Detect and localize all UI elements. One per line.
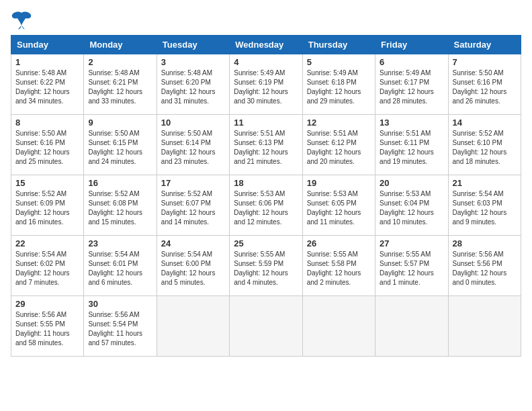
day-info: Sunrise: 5:50 AMSunset: 6:14 PMDaylight:…: [161, 129, 225, 167]
day-number: 11: [234, 118, 298, 128]
calendar-day-cell: 24Sunrise: 5:54 AMSunset: 6:00 PMDayligh…: [157, 236, 229, 296]
calendar-day-cell: 21Sunrise: 5:54 AMSunset: 6:03 PMDayligh…: [448, 175, 521, 236]
calendar-day-cell: 4Sunrise: 5:49 AMSunset: 6:19 PMDaylight…: [230, 54, 302, 115]
calendar-day-cell: 8Sunrise: 5:50 AMSunset: 6:16 PMDaylight…: [11, 115, 84, 175]
logo-bird-icon: [11, 11, 32, 30]
calendar-day-cell: 18Sunrise: 5:53 AMSunset: 6:06 PMDayligh…: [230, 175, 302, 236]
day-number: 13: [380, 118, 443, 128]
day-info: Sunrise: 5:55 AMSunset: 5:57 PMDaylight:…: [380, 250, 443, 287]
calendar-day-cell: [157, 296, 229, 357]
calendar-week-row: 8Sunrise: 5:50 AMSunset: 6:16 PMDaylight…: [11, 115, 521, 175]
day-info: Sunrise: 5:55 AMSunset: 5:59 PMDaylight:…: [234, 250, 298, 287]
calendar-day-cell: 30Sunrise: 5:56 AMSunset: 5:54 PMDayligh…: [84, 296, 157, 357]
day-number: 25: [234, 238, 298, 248]
calendar-day-cell: 11Sunrise: 5:51 AMSunset: 6:13 PMDayligh…: [230, 115, 302, 175]
calendar-header-sunday: Sunday: [11, 36, 84, 54]
calendar-week-row: 1Sunrise: 5:48 AMSunset: 6:22 PMDaylight…: [11, 54, 521, 115]
day-info: Sunrise: 5:51 AMSunset: 6:12 PMDaylight:…: [307, 129, 371, 167]
day-number: 23: [88, 238, 152, 248]
day-number: 3: [161, 57, 225, 67]
day-info: Sunrise: 5:52 AMSunset: 6:10 PMDaylight:…: [453, 129, 517, 167]
day-info: Sunrise: 5:48 AMSunset: 6:20 PMDaylight:…: [161, 68, 225, 106]
day-number: 30: [88, 299, 152, 309]
day-number: 27: [380, 238, 443, 248]
calendar-header-tuesday: Tuesday: [157, 36, 229, 54]
calendar-day-cell: [448, 296, 521, 357]
day-info: Sunrise: 5:54 AMSunset: 6:03 PMDaylight:…: [453, 189, 517, 227]
page-header: [11, 11, 521, 30]
calendar-day-cell: [302, 296, 375, 357]
day-number: 29: [15, 299, 79, 309]
calendar-day-cell: 12Sunrise: 5:51 AMSunset: 6:12 PMDayligh…: [302, 115, 375, 175]
calendar-table: SundayMondayTuesdayWednesdayThursdayFrid…: [11, 35, 521, 357]
calendar-day-cell: 9Sunrise: 5:50 AMSunset: 6:15 PMDaylight…: [84, 115, 157, 175]
day-number: 16: [88, 178, 152, 188]
calendar-header-saturday: Saturday: [448, 36, 521, 54]
day-info: Sunrise: 5:54 AMSunset: 6:01 PMDaylight:…: [88, 250, 152, 287]
day-info: Sunrise: 5:54 AMSunset: 6:02 PMDaylight:…: [15, 250, 79, 287]
day-number: 10: [161, 118, 225, 128]
day-info: Sunrise: 5:49 AMSunset: 6:19 PMDaylight:…: [234, 68, 298, 106]
calendar-day-cell: 3Sunrise: 5:48 AMSunset: 6:20 PMDaylight…: [157, 54, 229, 115]
calendar-day-cell: 2Sunrise: 5:48 AMSunset: 6:21 PMDaylight…: [84, 54, 157, 115]
calendar-day-cell: 5Sunrise: 5:49 AMSunset: 6:18 PMDaylight…: [302, 54, 375, 115]
calendar-day-cell: 1Sunrise: 5:48 AMSunset: 6:22 PMDaylight…: [11, 54, 84, 115]
day-info: Sunrise: 5:53 AMSunset: 6:04 PMDaylight:…: [380, 189, 443, 227]
calendar-header-monday: Monday: [84, 36, 157, 54]
day-number: 1: [15, 57, 79, 67]
calendar-week-row: 29Sunrise: 5:56 AMSunset: 5:55 PMDayligh…: [11, 296, 521, 357]
calendar-day-cell: 10Sunrise: 5:50 AMSunset: 6:14 PMDayligh…: [157, 115, 229, 175]
calendar-day-cell: 29Sunrise: 5:56 AMSunset: 5:55 PMDayligh…: [11, 296, 84, 357]
calendar-day-cell: [375, 296, 448, 357]
calendar-header-thursday: Thursday: [302, 36, 375, 54]
calendar-day-cell: 7Sunrise: 5:50 AMSunset: 6:16 PMDaylight…: [448, 54, 521, 115]
day-info: Sunrise: 5:49 AMSunset: 6:17 PMDaylight:…: [380, 68, 443, 106]
day-number: 28: [453, 238, 517, 248]
day-info: Sunrise: 5:56 AMSunset: 5:55 PMDaylight:…: [15, 310, 79, 348]
calendar-week-row: 15Sunrise: 5:52 AMSunset: 6:09 PMDayligh…: [11, 175, 521, 236]
day-info: Sunrise: 5:50 AMSunset: 6:15 PMDaylight:…: [88, 129, 152, 167]
day-number: 21: [453, 178, 517, 188]
day-number: 5: [307, 57, 371, 67]
calendar-header-wednesday: Wednesday: [230, 36, 302, 54]
day-info: Sunrise: 5:51 AMSunset: 6:13 PMDaylight:…: [234, 129, 298, 167]
calendar-day-cell: 16Sunrise: 5:52 AMSunset: 6:08 PMDayligh…: [84, 175, 157, 236]
calendar-day-cell: 14Sunrise: 5:52 AMSunset: 6:10 PMDayligh…: [448, 115, 521, 175]
day-info: Sunrise: 5:56 AMSunset: 5:54 PMDaylight:…: [88, 310, 152, 348]
day-info: Sunrise: 5:52 AMSunset: 6:08 PMDaylight:…: [88, 189, 152, 227]
calendar-day-cell: 27Sunrise: 5:55 AMSunset: 5:57 PMDayligh…: [375, 236, 448, 296]
calendar-day-cell: 13Sunrise: 5:51 AMSunset: 6:11 PMDayligh…: [375, 115, 448, 175]
day-number: 2: [88, 57, 152, 67]
calendar-day-cell: 22Sunrise: 5:54 AMSunset: 6:02 PMDayligh…: [11, 236, 84, 296]
day-number: 17: [161, 178, 225, 188]
day-number: 26: [307, 238, 371, 248]
day-info: Sunrise: 5:50 AMSunset: 6:16 PMDaylight:…: [15, 129, 79, 167]
day-number: 24: [161, 238, 225, 248]
calendar-day-cell: 6Sunrise: 5:49 AMSunset: 6:17 PMDaylight…: [375, 54, 448, 115]
logo: [11, 11, 35, 30]
day-number: 18: [234, 178, 298, 188]
calendar-day-cell: 28Sunrise: 5:56 AMSunset: 5:56 PMDayligh…: [448, 236, 521, 296]
day-info: Sunrise: 5:50 AMSunset: 6:16 PMDaylight:…: [453, 68, 517, 106]
calendar-header-row: SundayMondayTuesdayWednesdayThursdayFrid…: [11, 36, 521, 54]
day-number: 22: [15, 238, 79, 248]
day-number: 4: [234, 57, 298, 67]
day-info: Sunrise: 5:53 AMSunset: 6:05 PMDaylight:…: [307, 189, 371, 227]
calendar-day-cell: 25Sunrise: 5:55 AMSunset: 5:59 PMDayligh…: [230, 236, 302, 296]
day-number: 7: [453, 57, 517, 67]
calendar-day-cell: 26Sunrise: 5:55 AMSunset: 5:58 PMDayligh…: [302, 236, 375, 296]
day-number: 12: [307, 118, 371, 128]
day-info: Sunrise: 5:49 AMSunset: 6:18 PMDaylight:…: [307, 68, 371, 106]
calendar-day-cell: 17Sunrise: 5:52 AMSunset: 6:07 PMDayligh…: [157, 175, 229, 236]
day-info: Sunrise: 5:53 AMSunset: 6:06 PMDaylight:…: [234, 189, 298, 227]
calendar-day-cell: 19Sunrise: 5:53 AMSunset: 6:05 PMDayligh…: [302, 175, 375, 236]
day-number: 15: [15, 178, 79, 188]
day-info: Sunrise: 5:48 AMSunset: 6:21 PMDaylight:…: [88, 68, 152, 106]
day-number: 6: [380, 57, 443, 67]
day-number: 8: [15, 118, 79, 128]
day-number: 9: [88, 118, 152, 128]
day-info: Sunrise: 5:56 AMSunset: 5:56 PMDaylight:…: [453, 250, 517, 287]
calendar-day-cell: 15Sunrise: 5:52 AMSunset: 6:09 PMDayligh…: [11, 175, 84, 236]
calendar-day-cell: 20Sunrise: 5:53 AMSunset: 6:04 PMDayligh…: [375, 175, 448, 236]
calendar-day-cell: [230, 296, 302, 357]
